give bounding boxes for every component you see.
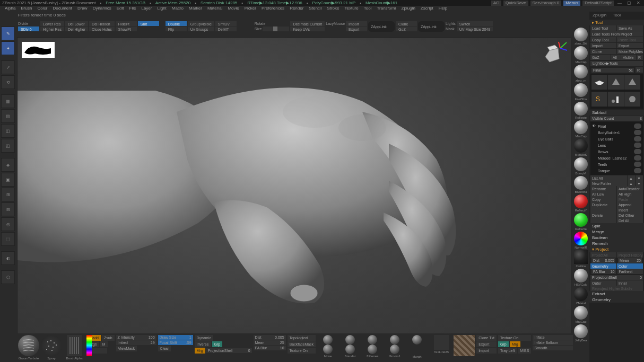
- menu-edit[interactable]: Edit: [114, 6, 127, 12]
- material-swatch[interactable]: [574, 65, 588, 78]
- mean-slider[interactable]: Mean25: [618, 258, 642, 263]
- tool-thumb[interactable]: [624, 75, 640, 90]
- ac-box[interactable]: AC: [491, 1, 501, 6]
- bs-mean-slider[interactable]: Mean25: [254, 340, 286, 345]
- material-swatch[interactable]: [574, 120, 588, 134]
- tool-btn-5[interactable]: ◎: [1, 217, 15, 231]
- grp-btn[interactable]: Grp: [212, 341, 223, 347]
- minimize-icon[interactable]: —: [616, 1, 623, 5]
- del-higher-btn[interactable]: Del Higher: [65, 27, 88, 31]
- material-swatch[interactable]: [574, 324, 588, 338]
- paste-tool-btn[interactable]: Paste Tool: [617, 37, 643, 42]
- brush-alpha-preview[interactable]: [22, 42, 55, 58]
- list-down-icon[interactable]: ▼: [636, 175, 643, 181]
- goz-all-btn[interactable]: All: [611, 55, 621, 60]
- hidept-btn[interactable]: HidePt: [116, 21, 137, 26]
- viewmask-btn[interactable]: ViewMask: [116, 346, 137, 351]
- del-hidden-btn[interactable]: Del Hidden: [89, 21, 115, 26]
- menu-render[interactable]: Render: [287, 6, 306, 12]
- rp-import-btn[interactable]: Import: [590, 43, 616, 48]
- menu-light[interactable]: Light: [154, 6, 169, 12]
- close-holes-btn[interactable]: Close Holes: [89, 27, 115, 31]
- smooth-slider[interactable]: Smooth: [533, 346, 573, 350]
- alpha-preview[interactable]: [67, 335, 82, 356]
- goz-visible-btn[interactable]: Visible: [621, 55, 636, 60]
- all-high-btn[interactable]: All High: [617, 191, 643, 197]
- imbed-slider[interactable]: Imbed29: [116, 340, 156, 345]
- list-up-icon[interactable]: ▲: [628, 175, 635, 181]
- delete-btn[interactable]: Delete: [590, 213, 616, 218]
- brush-quick[interactable]: [368, 345, 377, 354]
- material-swatch[interactable]: [574, 213, 588, 227]
- tool-header[interactable]: ▸ Tool: [589, 20, 644, 25]
- subtool-paste-btn[interactable]: Paste: [617, 197, 643, 202]
- geometry-header[interactable]: Geometry: [589, 297, 644, 303]
- material-swatch[interactable]: [574, 176, 588, 190]
- del-all-btn[interactable]: Del All: [617, 218, 643, 223]
- goz-btn[interactable]: GoZ: [396, 27, 417, 31]
- lightbox-tools[interactable]: Lightbox▶Tools: [590, 61, 643, 66]
- menu-draw[interactable]: Draw: [75, 6, 90, 12]
- menu-color[interactable]: Color: [34, 6, 50, 12]
- menu-texture[interactable]: Texture: [342, 6, 361, 12]
- brush-preview[interactable]: [18, 335, 39, 356]
- zapplink-btn[interactable]: ZAppLink: [368, 21, 395, 32]
- textureon-btn[interactable]: Texture On: [288, 348, 316, 354]
- menus-toggle[interactable]: Menus: [563, 1, 580, 6]
- all-low-btn[interactable]: All Low: [590, 191, 616, 197]
- subtool-row[interactable]: Lens: [591, 142, 642, 148]
- showpt-btn[interactable]: ShowPt: [116, 27, 137, 31]
- brush-quick[interactable]: [345, 335, 355, 345]
- menu-zscript[interactable]: Zscript: [418, 6, 436, 12]
- smtuv-btn[interactable]: SmtUV: [215, 21, 237, 26]
- farthest-btn[interactable]: Farthest: [617, 269, 643, 274]
- menu-dynamics[interactable]: Dynamics: [90, 6, 114, 12]
- drawsize-slider[interactable]: Draw Size1: [158, 335, 193, 340]
- subtool-row[interactable]: Teeth: [591, 161, 642, 167]
- merge-header[interactable]: Merge: [589, 229, 644, 235]
- tool-thumb[interactable]: [591, 75, 607, 90]
- tab-tool[interactable]: Tool: [613, 13, 621, 19]
- tool-thumb[interactable]: [608, 92, 624, 107]
- bs-pablur-slider[interactable]: PA Blur10: [254, 346, 286, 350]
- tool-thumb[interactable]: [624, 92, 640, 107]
- insert-btn[interactable]: Insert: [617, 207, 643, 213]
- zsub-btn[interactable]: Zsub: [102, 335, 115, 341]
- append-btn[interactable]: Append: [617, 202, 643, 207]
- rotate-btn[interactable]: ⟲: [1, 75, 15, 89]
- subtool-copy-btn[interactable]: Copy: [590, 197, 616, 202]
- default-zscript[interactable]: DefaultZScript: [582, 1, 614, 6]
- tool-btn-2[interactable]: ▣: [1, 173, 15, 187]
- menu-picker[interactable]: Picker: [242, 6, 259, 12]
- tool-btn-8[interactable]: ⬡: [1, 270, 15, 284]
- lower-res-btn[interactable]: Lower Res: [40, 21, 64, 26]
- brush-quick[interactable]: [390, 345, 399, 354]
- menu-file[interactable]: File: [127, 6, 139, 12]
- mibs-btn[interactable]: MIBS: [518, 348, 531, 354]
- inflate-slider[interactable]: Inflate: [533, 335, 573, 340]
- decimate-btn[interactable]: Decimate Current: [290, 21, 325, 26]
- quicksave-btn[interactable]: QuickSave: [503, 1, 528, 6]
- rp-clone-btn[interactable]: Clone: [590, 49, 616, 54]
- zintensity-slider[interactable]: Z Intensity100: [116, 335, 156, 340]
- export-btn[interactable]: Export: [346, 27, 367, 31]
- sdiv-slider[interactable]: SDiv 6: [18, 27, 39, 31]
- pablur-slider[interactable]: PA Blur10: [591, 269, 616, 274]
- subtool-row[interactable]: 👁Final: [591, 123, 642, 129]
- brush-quick[interactable]: [323, 345, 333, 354]
- m-btn[interactable]: M: [100, 341, 108, 347]
- frame-btn[interactable]: ▦: [1, 94, 15, 108]
- material-swatch[interactable]: [574, 157, 588, 171]
- subtool-row[interactable]: Brows: [591, 148, 642, 155]
- autoreorder-btn[interactable]: AutoReorder: [617, 186, 643, 191]
- tool-thumb[interactable]: S: [591, 92, 607, 107]
- new-folder-btn[interactable]: New Folder: [590, 181, 627, 186]
- clone-txt-btn[interactable]: Clone Txt: [476, 335, 497, 341]
- tool-thumb[interactable]: [608, 75, 624, 90]
- stroke-preview[interactable]: [41, 335, 62, 356]
- tool-btn-6[interactable]: ⬚: [1, 232, 15, 246]
- visible-count[interactable]: Visible Count8: [590, 116, 643, 121]
- load-tool-btn[interactable]: Load Tool: [590, 25, 616, 31]
- subtool-row[interactable]: Merged_Lashes2: [591, 155, 642, 161]
- dynamic-btn[interactable]: ▤: [1, 109, 15, 123]
